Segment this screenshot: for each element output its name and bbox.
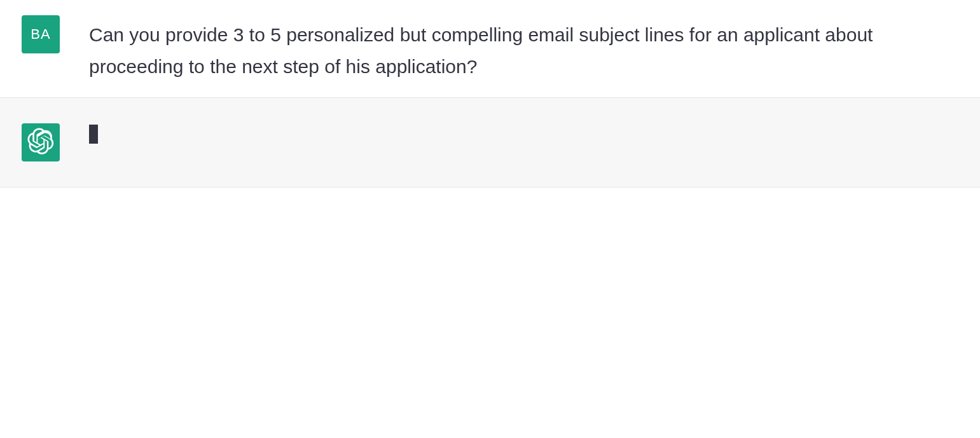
typing-cursor-icon	[89, 125, 98, 144]
user-avatar: BA	[22, 15, 60, 53]
user-initials: BA	[31, 26, 50, 43]
user-message-text: Can you provide 3 to 5 personalized but …	[89, 19, 958, 82]
openai-logo-icon	[27, 128, 54, 157]
assistant-message-content	[75, 123, 958, 144]
user-message-content: Can you provide 3 to 5 personalized but …	[75, 15, 958, 82]
user-message-row: BA Can you provide 3 to 5 personalized b…	[0, 0, 980, 98]
assistant-message-row	[0, 98, 980, 188]
assistant-avatar	[22, 123, 60, 161]
